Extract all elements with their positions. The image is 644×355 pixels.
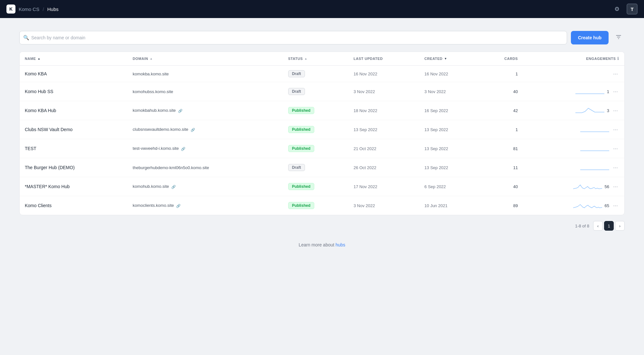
logo[interactable]: K <box>6 5 15 14</box>
sparkline-chart <box>573 182 602 191</box>
external-link-icon[interactable]: 🔗 <box>170 185 176 189</box>
cell-engagements: ··· <box>523 66 624 82</box>
cell-engagements: ··· <box>523 158 624 177</box>
engagement-count: 1 <box>607 89 609 94</box>
cell-cards: 1 <box>480 120 523 139</box>
engagements-info-icon[interactable]: ℹ <box>617 56 619 61</box>
cell-last-updated: 3 Nov 2022 <box>348 82 419 101</box>
row-more-button[interactable]: ··· <box>612 183 619 190</box>
sparkline-chart <box>575 87 604 96</box>
table-row[interactable]: Komo KBA Hubkomokbahub.komo.site 🔗Publis… <box>20 101 624 120</box>
settings-icon: ⚙ <box>614 5 620 13</box>
hubs-link[interactable]: hubs <box>336 242 345 247</box>
row-more-button[interactable]: ··· <box>612 202 619 209</box>
table-row[interactable]: Clubs NSW Vault Democlubsnswvaultdemo.ko… <box>20 120 624 139</box>
col-created[interactable]: CREATED ▼ <box>419 52 480 66</box>
cell-name[interactable]: Komo Hub SS <box>20 82 128 101</box>
row-more-button[interactable]: ··· <box>612 88 619 95</box>
cell-engagements: 65··· <box>523 196 624 215</box>
external-link-icon[interactable]: 🔗 <box>180 147 185 151</box>
cell-cards: 89 <box>480 196 523 215</box>
create-hub-button[interactable]: Create hub <box>571 31 609 44</box>
cell-last-updated: 13 Sep 2022 <box>348 120 419 139</box>
pagination: 1-8 of 8 ‹ 1 › <box>19 215 625 232</box>
cell-name[interactable]: TEST <box>20 139 128 158</box>
cell-created: 6 Sep 2022 <box>419 177 480 196</box>
cell-last-updated: 26 Oct 2022 <box>348 158 419 177</box>
row-more-button[interactable]: ··· <box>612 70 619 77</box>
prev-page-button[interactable]: ‹ <box>593 221 603 231</box>
status-badge: Published <box>288 183 314 190</box>
table-row[interactable]: Komo KBAkomokba.komo.siteDraft16 Nov 202… <box>20 66 624 82</box>
col-name[interactable]: NAME ▲ <box>20 52 128 66</box>
search-input[interactable] <box>19 31 567 44</box>
cell-status: Draft <box>283 66 348 82</box>
col-cards: CARDS <box>480 52 523 66</box>
sparkline-chart <box>575 106 604 115</box>
status-badge: Published <box>288 126 314 133</box>
external-link-icon[interactable]: 🔗 <box>175 204 181 208</box>
table-row[interactable]: TESTtest-vwveehd-i.komo.site 🔗Published2… <box>20 139 624 158</box>
filter-button[interactable] <box>612 32 625 44</box>
cell-status: Published <box>283 101 348 120</box>
footer-text: Learn more about <box>299 242 336 247</box>
filter-icon <box>616 34 621 42</box>
cell-name[interactable]: Komo KBA Hub <box>20 101 128 120</box>
col-domain[interactable]: DOMAIN ▲ <box>128 52 283 66</box>
search-icon: 🔍 <box>23 35 29 41</box>
table-header-row: NAME ▲ DOMAIN ▲ STATUS ▲ <box>20 52 624 66</box>
external-link-icon[interactable]: 🔗 <box>177 109 183 113</box>
table-row[interactable]: The Burger Hub (DEMO)theburgerhubdemo-km… <box>20 158 624 177</box>
status-badge: Draft <box>288 70 305 77</box>
search-wrap: 🔍 <box>19 31 567 44</box>
cell-cards: 1 <box>480 66 523 82</box>
domain-sort-icon: ▲ <box>150 57 153 60</box>
cell-cards: 40 <box>480 82 523 101</box>
cell-name[interactable]: Komo KBA <box>20 66 128 82</box>
status-badge: Draft <box>288 164 305 171</box>
footer: Learn more about hubs <box>19 242 625 247</box>
pagination-info: 1-8 of 8 <box>575 224 589 228</box>
cell-cards: 81 <box>480 139 523 158</box>
table-row[interactable]: Komo Hub SSkomohubss.komo.siteDraft3 Nov… <box>20 82 624 101</box>
status-badge: Published <box>288 107 314 114</box>
row-more-button[interactable]: ··· <box>612 145 619 152</box>
cell-status: Published <box>283 196 348 215</box>
created-sort-icon: ▼ <box>444 57 447 60</box>
cell-cards: 40 <box>480 177 523 196</box>
col-status[interactable]: STATUS ▲ <box>283 52 348 66</box>
navbar-right: ⚙ T <box>612 4 638 14</box>
avatar[interactable]: T <box>627 4 638 14</box>
status-badge: Draft <box>288 88 305 95</box>
cell-name[interactable]: *MASTER* Komo Hub <box>20 177 128 196</box>
cell-name[interactable]: The Burger Hub (DEMO) <box>20 158 128 177</box>
row-more-button[interactable]: ··· <box>612 164 619 171</box>
cell-created: 13 Sep 2022 <box>419 139 480 158</box>
external-link-icon[interactable]: 🔗 <box>190 128 195 132</box>
cell-name[interactable]: Komo Clients <box>20 196 128 215</box>
row-more-button[interactable]: ··· <box>612 107 619 114</box>
cell-status: Published <box>283 139 348 158</box>
cell-created: 3 Nov 2022 <box>419 82 480 101</box>
col-last-updated[interactable]: LAST UPDATED <box>348 52 419 66</box>
cell-domain: theburgerhubdemo-kml06n5o0.komo.site <box>128 158 283 177</box>
cell-domain: komohub.komo.site 🔗 <box>128 177 283 196</box>
table-row[interactable]: *MASTER* Komo Hubkomohub.komo.site 🔗Publ… <box>20 177 624 196</box>
table-row[interactable]: Komo Clientskomoclients.komo.site 🔗Publi… <box>20 196 624 215</box>
breadcrumb-org[interactable]: Komo CS <box>19 6 39 12</box>
cell-domain: komohubss.komo.site <box>128 82 283 101</box>
name-sort-icon: ▲ <box>38 57 41 60</box>
cell-last-updated: 3 Nov 2022 <box>348 196 419 215</box>
page-1-button[interactable]: 1 <box>604 221 614 231</box>
cell-created: 13 Sep 2022 <box>419 120 480 139</box>
cell-engagements: ··· <box>523 120 624 139</box>
cell-created: 13 Sep 2022 <box>419 158 480 177</box>
cell-engagements: 3··· <box>523 101 624 120</box>
row-more-button[interactable]: ··· <box>612 126 619 133</box>
cell-last-updated: 17 Nov 2022 <box>348 177 419 196</box>
sparkline-chart <box>580 144 609 153</box>
settings-button[interactable]: ⚙ <box>612 4 622 14</box>
cell-name[interactable]: Clubs NSW Vault Demo <box>20 120 128 139</box>
next-page-button[interactable]: › <box>615 221 625 231</box>
breadcrumb: Komo CS / Hubs <box>19 6 59 12</box>
